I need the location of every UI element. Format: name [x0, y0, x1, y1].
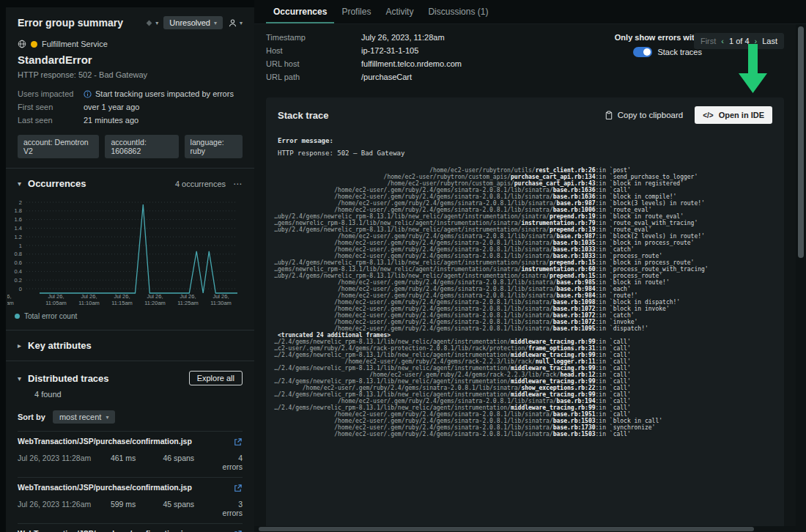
- frame-method: `block(2 levels) in route!': [606, 233, 705, 240]
- tab-discussions-1-[interactable]: Discussions (1): [421, 0, 495, 23]
- traces-found-count: 4 found: [34, 390, 243, 399]
- sort-by-label: Sort by: [18, 413, 45, 421]
- error-group-summary-panel: Error group summary ▾ Unresolved ▾ ▾ Ful…: [6, 7, 254, 532]
- status-dropdown[interactable]: Unresolved ▾: [163, 16, 223, 29]
- stack-frame: /home/ec2-user/.gem/ruby/2.4/gems/sinatr…: [278, 279, 772, 286]
- frame-location: /home/ec2-user/.gem/ruby/2.4/gems/sinatr…: [278, 200, 606, 207]
- divider: [6, 361, 254, 361]
- pagination-first[interactable]: First: [700, 37, 716, 45]
- frame-dir: …gems/newrelic_rpm-8.13.1/lib/new_relic/…: [274, 266, 521, 273]
- frame-location: /home/ec2-user/.gem/ruby/2.4/gems/sinatr…: [278, 233, 606, 240]
- trace-row[interactable]: WebTransaction/JSP/purchase/confirmation…: [18, 477, 243, 523]
- frame-location: /home/ec2-user/.gem/ruby/2.4/gems/sinatr…: [278, 325, 606, 332]
- frame-location: /home/ec2-user/.gem/ruby/2.4/gems/sinatr…: [278, 246, 606, 253]
- frame-method: `process_route_with_tracing': [606, 266, 709, 273]
- detail-value: fulfillment.telco.nrdemo.com: [361, 59, 462, 68]
- more-menu-icon[interactable]: ⋯: [233, 179, 243, 189]
- frame-location: /home/ec2-user/.gem/ruby/2.4/gems/sinatr…: [278, 187, 606, 193]
- frame-location: /home/ec2-user/.gem/ruby/2.4/gems/sinatr…: [278, 299, 606, 306]
- error-subtitle: HTTP response: 502 - Bad Gateway: [18, 70, 243, 79]
- stack-frame: /home/ec2-user/rubytron/utils/rest_clien…: [278, 167, 772, 174]
- priority-dropdown[interactable]: ▾: [145, 19, 158, 27]
- trace-row[interactable]: WebTransaction/JSP/purchase/confirmation…: [18, 523, 243, 532]
- frame-dir: /home/ec2-user/.gem/ruby/2.4/gems/sinatr…: [338, 233, 557, 240]
- stack-frame: /home/ec2-user/.gem/ruby/2.4/gems/sinatr…: [278, 253, 772, 259]
- stack-frame: /home/ec2-user/.gem/ruby/2.4/gems/sinatr…: [278, 319, 772, 325]
- frame-method: `block in dispatch!': [606, 299, 680, 306]
- stack-traces-toggle[interactable]: [633, 47, 652, 57]
- occurrence-content: TimestampJuly 26, 2023, 11:28amHostip-17…: [254, 24, 796, 526]
- trace-row[interactable]: WebTransaction/JSP/purchase/confirmation…: [18, 431, 243, 477]
- open-in-ide-button[interactable]: </> Open in IDE: [695, 106, 772, 124]
- occurrences-section-header[interactable]: ▾ Occurrences 4 occurrences ⋯: [18, 178, 243, 189]
- explore-all-button[interactable]: Explore all: [189, 371, 243, 385]
- stack-frame: /home/ec2-user/.gem/ruby/2.4/gems/sinatr…: [278, 398, 772, 404]
- frame-dir: …/2.4/gems/newrelic_rpm-8.13.1/lib/new_r…: [274, 378, 511, 385]
- sort-dropdown[interactable]: most recent ▾: [53, 410, 115, 424]
- frame-location: /home/ec2-user/.gem/ruby/2.4/gems/sinatr…: [278, 253, 606, 259]
- frame-method: `block in process_route': [606, 240, 694, 246]
- chevron-down-icon: ▾: [106, 414, 108, 421]
- users-impacted-cta[interactable]: Start tracking users impacted by errors: [95, 89, 234, 98]
- stack-frame: /home/ec2-user/.gem/ruby/2.4/gems/sinatr…: [278, 246, 772, 253]
- frame-location: …gems/newrelic_rpm-8.13.1/lib/new_relic/…: [278, 266, 606, 273]
- divider: [6, 168, 254, 169]
- distributed-traces-section-header[interactable]: ▾ Distributed traces Explore all: [18, 371, 243, 385]
- frame-method: `each': [606, 286, 631, 292]
- clipboard-icon: [604, 111, 613, 120]
- frame-location: /home/ec2-user/.gem/ruby/2.4/gems/sinatr…: [278, 279, 606, 286]
- legend-label: Total error count: [24, 312, 77, 320]
- external-link-icon[interactable]: [233, 437, 243, 450]
- annotation-arrow-icon: [739, 44, 768, 94]
- tab-activity[interactable]: Activity: [378, 0, 421, 23]
- frame-location: /home/ec2-user/.gem/ruby/2.4/gems/sinatr…: [278, 312, 606, 319]
- frame-location: /home/ec2-user/.gem/ruby/2.4/gems/sinatr…: [278, 240, 606, 246]
- diamond-icon: [145, 19, 153, 27]
- frame-location: /home/ec2-user/.gem/ruby/2.4/gems/rack-2…: [278, 372, 606, 378]
- frame-method: `call': [606, 378, 631, 385]
- frame-dir: /home/ec2-user/.gem/ruby/2.4/gems/sinatr…: [334, 319, 553, 325]
- external-link-icon[interactable]: [233, 529, 243, 532]
- pagination-prev-icon[interactable]: ‹: [721, 37, 724, 45]
- stack-frame: …/2.4/gems/newrelic_rpm-8.13.1/lib/new_r…: [278, 378, 772, 385]
- tag-chip: account: Demotron V2: [18, 135, 99, 158]
- horizontal-scrollbar-thumb[interactable]: [259, 527, 754, 531]
- info-icon: [84, 90, 92, 98]
- frame-method: `block in process_route': [606, 259, 694, 266]
- svg-text:0.4: 0.4: [15, 268, 22, 275]
- users-impacted-label: Users impacted: [18, 89, 84, 98]
- assignee-dropdown[interactable]: ▾: [228, 18, 243, 28]
- stack-frame: …c2-user/.gem/ruby/2.4/gems/rack-protect…: [278, 345, 772, 352]
- frame-dir: …c2-user/.gem/ruby/2.4/gems/rack-protect…: [274, 345, 528, 352]
- tab-bar: OccurrencesProfilesActivityDiscussions (…: [254, 0, 806, 24]
- stack-frame: /home/ec2-user/.gem/ruby/2.4/gems/sinatr…: [278, 424, 772, 431]
- frame-dir: /home/ec2-user/.gem/ruby/2.4/gems/sinatr…: [334, 240, 553, 246]
- frame-method: `send_purchase_to_logger': [606, 174, 698, 180]
- tab-profiles[interactable]: Profiles: [334, 0, 378, 23]
- key-attributes-section-header[interactable]: ▸ Key attributes: [18, 340, 243, 351]
- copy-to-clipboard-button[interactable]: Copy to clipboard: [604, 111, 684, 120]
- detail-label: URL path: [266, 73, 361, 81]
- svg-text:1.6: 1.6: [15, 216, 22, 223]
- frame-location: /home/ec2-user/rubytron/custom_apis/purc…: [278, 180, 606, 187]
- service-name[interactable]: Fulfillment Service: [42, 40, 108, 48]
- frame-method: `route_eval': [606, 226, 652, 233]
- frame-location: /home/ec2-user/rubytron/utils/rest_clien…: [278, 167, 606, 174]
- tab-occurrences[interactable]: Occurrences: [266, 0, 334, 23]
- frame-location: /home/ec2-user/.gem/ruby/2.4/gems/sinatr…: [278, 319, 606, 325]
- horizontal-scrollbar[interactable]: [254, 526, 796, 532]
- vertical-scrollbar-thumb[interactable]: [798, 26, 804, 258]
- vertical-scrollbar[interactable]: [796, 24, 806, 526]
- frame-method: `route_eval_with_tracing': [606, 220, 698, 226]
- toggle-knob: [643, 48, 651, 56]
- trace-spans: 45 spans: [163, 500, 222, 517]
- frame-location: …c2-user/.gem/ruby/2.4/gems/rack-protect…: [278, 345, 606, 352]
- frame-method: `process_route': [606, 273, 662, 279]
- frame-dir: /home/ec2-user/rubytron/custom_apis/: [384, 174, 511, 180]
- frame-dir: …uby/2.4/gems/newrelic_rpm-8.13.1/lib/ne…: [274, 226, 550, 233]
- frame-dir: /home/ec2-user/.gem/ruby/2.4/gems/sinatr…: [334, 193, 553, 200]
- frame-method: `block in call': [606, 418, 662, 424]
- frame-dir: /home/ec2-user/.gem/ruby/2.4/gems/sinatr…: [338, 398, 557, 404]
- external-link-icon[interactable]: [233, 483, 243, 496]
- stack-frame: /home/ec2-user/.gem/ruby/2.4/gems/sinatr…: [278, 292, 772, 299]
